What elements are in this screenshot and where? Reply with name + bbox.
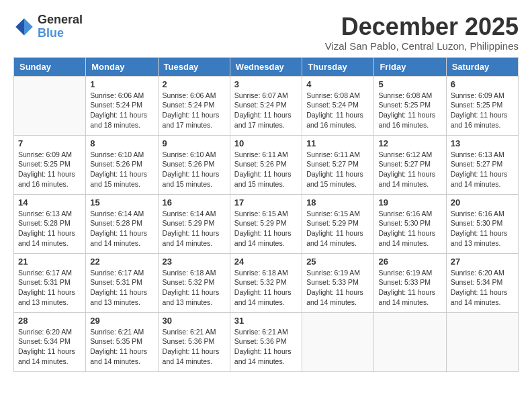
calendar-week-row: 28Sunrise: 6:20 AMSunset: 5:34 PMDayligh…: [14, 312, 519, 371]
day-info: Sunrise: 6:20 AMSunset: 5:34 PMDaylight:…: [18, 327, 81, 367]
calendar-cell: 27Sunrise: 6:20 AMSunset: 5:34 PMDayligh…: [446, 253, 518, 312]
day-number: 17: [234, 197, 298, 208]
day-number: 18: [306, 197, 369, 208]
calendar-cell: 16Sunrise: 6:14 AMSunset: 5:29 PMDayligh…: [158, 194, 230, 253]
day-number: 5: [378, 79, 441, 89]
weekday-header: Thursday: [302, 57, 374, 76]
day-info: Sunrise: 6:21 AMSunset: 5:36 PMDaylight:…: [234, 327, 298, 367]
day-number: 28: [18, 316, 81, 326]
weekday-header: Monday: [86, 57, 158, 76]
day-info: Sunrise: 6:10 AMSunset: 5:26 PMDaylight:…: [90, 150, 153, 189]
calendar-cell: 26Sunrise: 6:19 AMSunset: 5:33 PMDayligh…: [374, 253, 446, 312]
day-number: 27: [451, 257, 514, 267]
day-info: Sunrise: 6:14 AMSunset: 5:29 PMDaylight:…: [163, 209, 226, 248]
day-number: 13: [451, 138, 514, 148]
calendar-cell: 22Sunrise: 6:17 AMSunset: 5:31 PMDayligh…: [86, 253, 158, 312]
calendar-cell: 10Sunrise: 6:11 AMSunset: 5:26 PMDayligh…: [230, 135, 302, 194]
day-number: 21: [18, 257, 81, 267]
calendar-cell: 8Sunrise: 6:10 AMSunset: 5:26 PMDaylight…: [86, 135, 158, 194]
day-info: Sunrise: 6:06 AMSunset: 5:24 PMDaylight:…: [90, 91, 153, 130]
day-number: 19: [378, 197, 441, 208]
calendar-cell: 24Sunrise: 6:18 AMSunset: 5:32 PMDayligh…: [230, 253, 302, 312]
day-info: Sunrise: 6:09 AMSunset: 5:25 PMDaylight:…: [18, 150, 81, 189]
day-number: 22: [90, 257, 153, 267]
calendar-cell: 11Sunrise: 6:11 AMSunset: 5:27 PMDayligh…: [302, 135, 374, 194]
day-info: Sunrise: 6:19 AMSunset: 5:33 PMDaylight:…: [306, 268, 369, 308]
calendar-cell: 21Sunrise: 6:17 AMSunset: 5:31 PMDayligh…: [14, 253, 86, 312]
day-number: 16: [163, 197, 226, 208]
day-info: Sunrise: 6:08 AMSunset: 5:25 PMDaylight:…: [378, 91, 441, 130]
calendar-cell: 15Sunrise: 6:14 AMSunset: 5:28 PMDayligh…: [86, 194, 158, 253]
location: Vizal San Pablo, Central Luzon, Philippi…: [325, 40, 519, 52]
calendar-cell: 17Sunrise: 6:15 AMSunset: 5:29 PMDayligh…: [230, 194, 302, 253]
calendar-cell: 2Sunrise: 6:06 AMSunset: 5:24 PMDaylight…: [158, 76, 230, 135]
logo-blue: Blue: [38, 27, 83, 40]
weekday-header: Sunday: [14, 57, 86, 76]
calendar-table: SundayMondayTuesdayWednesdayThursdayFrid…: [13, 57, 519, 372]
weekday-header: Saturday: [446, 57, 518, 76]
day-info: Sunrise: 6:11 AMSunset: 5:26 PMDaylight:…: [234, 150, 298, 189]
calendar-cell: 6Sunrise: 6:09 AMSunset: 5:25 PMDaylight…: [446, 76, 518, 135]
calendar-cell: 13Sunrise: 6:13 AMSunset: 5:27 PMDayligh…: [446, 135, 518, 194]
calendar-cell: 30Sunrise: 6:21 AMSunset: 5:36 PMDayligh…: [158, 312, 230, 371]
day-number: 12: [378, 138, 441, 148]
day-info: Sunrise: 6:10 AMSunset: 5:26 PMDaylight:…: [163, 150, 226, 189]
calendar-week-row: 21Sunrise: 6:17 AMSunset: 5:31 PMDayligh…: [14, 253, 519, 312]
calendar-cell: [374, 312, 446, 371]
calendar-cell: 31Sunrise: 6:21 AMSunset: 5:36 PMDayligh…: [230, 312, 302, 371]
day-info: Sunrise: 6:11 AMSunset: 5:27 PMDaylight:…: [306, 150, 369, 189]
day-info: Sunrise: 6:08 AMSunset: 5:24 PMDaylight:…: [306, 91, 369, 130]
weekday-header: Wednesday: [230, 57, 302, 76]
day-number: 10: [234, 138, 298, 148]
day-info: Sunrise: 6:18 AMSunset: 5:32 PMDaylight:…: [163, 268, 226, 308]
calendar-cell: 1Sunrise: 6:06 AMSunset: 5:24 PMDaylight…: [86, 76, 158, 135]
day-number: 23: [163, 257, 226, 267]
calendar-cell: 12Sunrise: 6:12 AMSunset: 5:27 PMDayligh…: [374, 135, 446, 194]
day-info: Sunrise: 6:15 AMSunset: 5:29 PMDaylight:…: [306, 209, 369, 248]
logo-text: General Blue: [38, 13, 83, 40]
day-number: 31: [234, 316, 298, 326]
day-info: Sunrise: 6:17 AMSunset: 5:31 PMDaylight:…: [18, 268, 81, 308]
title-section: December 2025 Vizal San Pablo, Central L…: [325, 13, 519, 52]
day-number: 1: [90, 79, 153, 89]
day-number: 30: [163, 316, 226, 326]
calendar-cell: 29Sunrise: 6:21 AMSunset: 5:35 PMDayligh…: [86, 312, 158, 371]
day-info: Sunrise: 6:20 AMSunset: 5:34 PMDaylight:…: [451, 268, 514, 308]
month-title: December 2025: [325, 13, 519, 40]
day-info: Sunrise: 6:21 AMSunset: 5:36 PMDaylight:…: [163, 327, 226, 367]
calendar-cell: [14, 76, 86, 135]
day-number: 20: [451, 197, 514, 208]
calendar-cell: 25Sunrise: 6:19 AMSunset: 5:33 PMDayligh…: [302, 253, 374, 312]
calendar-cell: 23Sunrise: 6:18 AMSunset: 5:32 PMDayligh…: [158, 253, 230, 312]
day-info: Sunrise: 6:18 AMSunset: 5:32 PMDaylight:…: [234, 268, 298, 308]
calendar-week-row: 7Sunrise: 6:09 AMSunset: 5:25 PMDaylight…: [14, 135, 519, 194]
day-info: Sunrise: 6:19 AMSunset: 5:33 PMDaylight:…: [378, 268, 441, 308]
day-info: Sunrise: 6:16 AMSunset: 5:30 PMDaylight:…: [378, 209, 441, 248]
calendar-cell: 19Sunrise: 6:16 AMSunset: 5:30 PMDayligh…: [374, 194, 446, 253]
day-info: Sunrise: 6:06 AMSunset: 5:24 PMDaylight:…: [163, 91, 226, 130]
page-header: General Blue December 2025 Vizal San Pab…: [13, 13, 519, 52]
logo: General Blue: [13, 13, 83, 40]
calendar-cell: [446, 312, 518, 371]
day-number: 11: [306, 138, 369, 148]
day-number: 24: [234, 257, 298, 267]
calendar-cell: 5Sunrise: 6:08 AMSunset: 5:25 PMDaylight…: [374, 76, 446, 135]
day-number: 25: [306, 257, 369, 267]
day-number: 4: [306, 79, 369, 89]
day-number: 6: [451, 79, 514, 89]
calendar-cell: 18Sunrise: 6:15 AMSunset: 5:29 PMDayligh…: [302, 194, 374, 253]
calendar-cell: 28Sunrise: 6:20 AMSunset: 5:34 PMDayligh…: [14, 312, 86, 371]
logo-general: General: [38, 13, 83, 27]
day-info: Sunrise: 6:15 AMSunset: 5:29 PMDaylight:…: [234, 209, 298, 248]
day-info: Sunrise: 6:12 AMSunset: 5:27 PMDaylight:…: [378, 150, 441, 189]
day-info: Sunrise: 6:21 AMSunset: 5:35 PMDaylight:…: [90, 327, 153, 367]
day-number: 9: [163, 138, 226, 148]
calendar-cell: 20Sunrise: 6:16 AMSunset: 5:30 PMDayligh…: [446, 194, 518, 253]
day-number: 15: [90, 197, 153, 208]
day-info: Sunrise: 6:09 AMSunset: 5:25 PMDaylight:…: [451, 91, 514, 130]
day-number: 8: [90, 138, 153, 148]
day-info: Sunrise: 6:17 AMSunset: 5:31 PMDaylight:…: [90, 268, 153, 308]
weekday-header: Friday: [374, 57, 446, 76]
svg-marker-0: [24, 18, 33, 36]
calendar-cell: 3Sunrise: 6:07 AMSunset: 5:24 PMDaylight…: [230, 76, 302, 135]
